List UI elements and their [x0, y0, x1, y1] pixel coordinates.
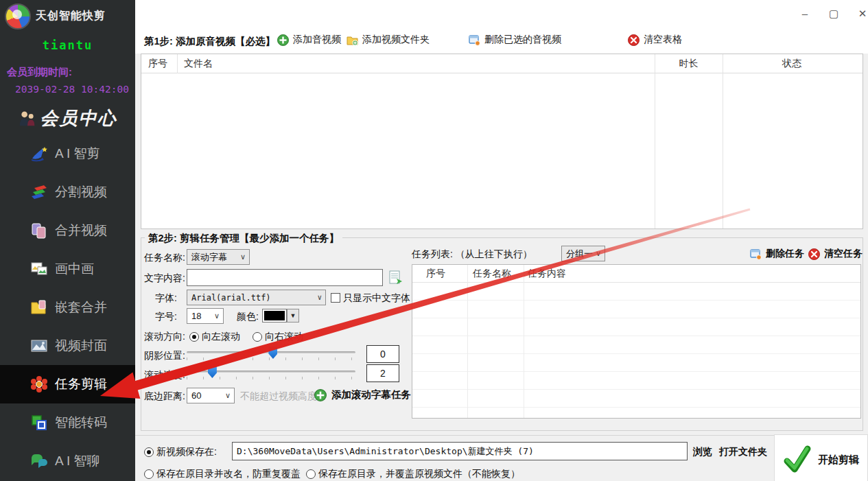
split-video-icon — [30, 183, 48, 201]
save-new-label: 新视频保存在: — [156, 446, 217, 458]
chevron-down-icon: ∨ — [596, 249, 601, 258]
add-folder-button[interactable]: 添加视频文件夹 — [347, 34, 430, 46]
task-name-label: 任务名称: — [144, 252, 185, 264]
column-divider — [655, 54, 655, 228]
font-size-label: 字号: — [155, 311, 177, 323]
clear-table-label: 清空表格 — [644, 34, 682, 46]
add-circle-icon — [277, 34, 289, 46]
save-overwrite-radio[interactable] — [306, 469, 316, 479]
shadow-position-slider[interactable] — [187, 347, 355, 360]
save-rename-label: 保存在原目录并改名，防重复覆盖 — [156, 468, 301, 480]
column-divider — [524, 265, 524, 418]
col-status: 状态 — [723, 58, 860, 70]
chevron-down-icon: ∨ — [240, 253, 246, 261]
color-swatch[interactable] — [262, 309, 287, 322]
delete-task-button[interactable]: 删除任务 — [750, 248, 804, 260]
ai-cut-icon — [30, 145, 48, 163]
sidebar-item-member-center[interactable]: 会员中心 — [0, 100, 135, 136]
app-logo — [5, 3, 31, 30]
clear-tasks-label: 清空任务 — [824, 248, 863, 260]
sidebar-item-nested-merge[interactable]: 嵌套合并 — [0, 288, 135, 327]
browse-button[interactable]: 浏览 — [693, 446, 712, 458]
delete-selected-label: 删除已选的音视频 — [484, 34, 561, 46]
add-circle-icon — [314, 389, 327, 401]
start-edit-button[interactable]: 开始剪辑 — [774, 434, 868, 481]
sidebar-item-ai-chat[interactable]: A I 智聊 — [0, 442, 135, 480]
scroll-speed-value[interactable]: 2 — [366, 364, 399, 382]
color-dropdown-button[interactable]: ▼ — [287, 309, 299, 322]
add-subtitle-task-button[interactable]: 添加滚动字幕任务 — [314, 388, 411, 401]
col-task-name: 任务名称 — [473, 268, 511, 280]
sidebar-item-label: 任务剪辑 — [55, 375, 107, 393]
scroll-right-label: 向右滚动 — [265, 331, 303, 343]
scroll-right-radio[interactable] — [253, 332, 262, 342]
scroll-direction-label: 滚动方向: — [144, 331, 185, 343]
clear-table-button[interactable]: 清空表格 — [628, 34, 682, 46]
save-path-input[interactable]: D:\360MoveData\Users\Administrator\Deskt… — [232, 442, 688, 460]
sidebar-item-pip[interactable]: 画中画 — [0, 250, 135, 288]
sidebar-menu: A I 智剪 分割视频 合并视频 画中画 — [0, 134, 135, 480]
sidebar-item-task-edit[interactable]: 任务剪辑 — [0, 365, 135, 403]
sidebar-item-video-cover[interactable]: 视频封面 — [0, 327, 135, 365]
sidebar-item-label: 嵌套合并 — [55, 298, 107, 316]
nested-merge-icon — [30, 298, 48, 316]
scroll-speed-slider[interactable] — [187, 366, 355, 379]
column-divider — [177, 54, 178, 73]
source-files-table[interactable]: 序号 文件名 时长 状态 — [141, 54, 863, 229]
close-button[interactable]: ✕ — [853, 4, 868, 23]
chevron-down-icon: ∨ — [317, 293, 322, 302]
bottom-margin-hint: 不能超过视频高度 — [240, 390, 317, 403]
text-content-input[interactable] — [187, 269, 383, 286]
scroll-left-radio[interactable] — [189, 332, 199, 342]
clear-tasks-button[interactable]: 清空任务 — [808, 248, 863, 260]
chinese-only-checkbox[interactable] — [331, 293, 340, 303]
save-rename-radio[interactable] — [144, 469, 154, 479]
bottom-margin-label: 底边距离: — [144, 390, 185, 403]
column-divider — [723, 54, 723, 228]
start-check-icon — [782, 443, 813, 475]
video-cover-icon — [30, 337, 48, 355]
add-av-button[interactable]: 添加音视频 — [277, 34, 341, 46]
sidebar-item-label: 画中画 — [55, 260, 94, 278]
open-folder-button[interactable]: 打开文件夹 — [719, 446, 767, 458]
step2-label: 第2步: 剪辑任务管理【最少添加一个任务】 — [145, 232, 342, 245]
task-table-header: 序号 任务名称 任务内容 — [412, 265, 860, 283]
color-label: 颜色: — [237, 311, 259, 323]
font-select[interactable]: Arial(arial.ttf) ∨ — [187, 290, 326, 305]
sidebar-item-transcode[interactable]: 智能转码 — [0, 403, 135, 442]
col-duration: 时长 — [655, 58, 723, 70]
minimize-button[interactable]: – — [795, 4, 814, 23]
delete-task-label: 删除任务 — [766, 248, 804, 260]
bottom-margin-select[interactable]: 60 ∨ — [187, 388, 235, 403]
source-table-header: 序号 文件名 时长 状态 — [141, 54, 863, 73]
delete-selected-button[interactable]: 删除已选的音视频 — [469, 34, 561, 46]
shadow-position-value[interactable]: 0 — [366, 345, 399, 363]
add-subtitle-task-label: 添加滚动字幕任务 — [331, 388, 411, 401]
font-size-select[interactable]: 18 ∨ — [187, 308, 224, 324]
member-center-label: 会员中心 — [40, 106, 117, 130]
col-index: 序号 — [148, 58, 167, 70]
group-select[interactable]: 分组一 ∨ — [561, 246, 605, 261]
import-text-icon[interactable] — [388, 270, 403, 285]
membership-expiry-date: 2039-02-28 10:42:00 — [15, 84, 129, 95]
chinese-only-label: 只显示中文字体 — [343, 292, 410, 305]
sidebar: 天创智能快剪 tiantu 会员到期时间: 2039-02-28 10:42:0… — [0, 0, 135, 481]
font-size-value: 18 — [191, 311, 201, 321]
clear-red-icon — [628, 34, 640, 46]
group-value: 分组一 — [566, 248, 593, 260]
titlebar: – ▢ ✕ — [135, 0, 868, 29]
sidebar-item-merge-video[interactable]: 合并视频 — [0, 211, 135, 250]
step1-toolbar: 第1步: 添加原音视频【必选】 添加音视频 添加视频文件夹 删除已选的音视频 清… — [135, 29, 868, 54]
sidebar-item-ai-cut[interactable]: A I 智剪 — [0, 134, 135, 173]
add-folder-label: 添加视频文件夹 — [362, 34, 430, 46]
username: tiantu — [0, 38, 135, 52]
chevron-down-icon: ∨ — [225, 391, 231, 400]
transcode-icon — [30, 414, 48, 432]
sidebar-item-label: A I 智剪 — [55, 145, 99, 163]
save-new-radio[interactable] — [144, 447, 154, 457]
task-name-select[interactable]: 滚动字幕 ∨ — [187, 249, 250, 265]
task-list-table[interactable]: 序号 任务名称 任务内容 — [412, 264, 861, 419]
maximize-button[interactable]: ▢ — [824, 4, 843, 23]
sidebar-item-split-video[interactable]: 分割视频 — [0, 173, 135, 211]
font-value: Arial(arial.ttf) — [191, 293, 271, 303]
